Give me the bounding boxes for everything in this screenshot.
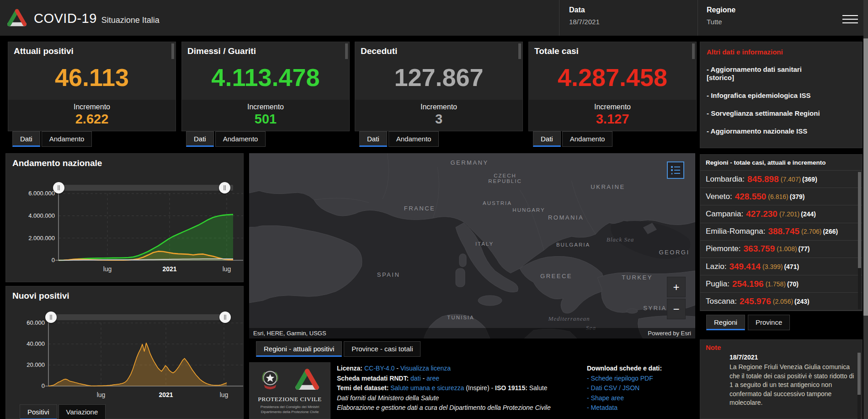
map-zoom-in-button[interactable]: + — [667, 277, 686, 297]
region-row-emilia-romagna[interactable]: Emilia-Romagna:388.745(2.706)(266) — [700, 223, 862, 241]
tab-dati[interactable]: Dati — [12, 131, 40, 147]
region-row-veneto[interactable]: Veneto:428.550(6.816)(379) — [700, 188, 862, 205]
region-row-toscana[interactable]: Toscana:245.976(2.056)(243) — [700, 293, 862, 310]
region-increment: (244) — [801, 210, 816, 218]
region-total: 349.414 — [729, 262, 761, 272]
elaborazione-line: Elaborazione e gestione dati a cura del … — [337, 403, 586, 413]
region-row-piemonte[interactable]: Piemonte:363.759(1.008)(77) — [700, 241, 862, 258]
tab-andamento[interactable]: Andamento — [389, 131, 439, 147]
time-range-slider[interactable] — [48, 314, 227, 320]
europe-map[interactable]: GERMANYCZECH REPUBLICUKRAINEFRANCEAUSTRI… — [249, 153, 695, 338]
region-name: Toscana: — [706, 297, 737, 306]
card-title: Attuali positivi — [14, 46, 74, 56]
svg-text:4.000.000: 4.000.000 — [28, 212, 55, 219]
region-current: (2.706) — [801, 228, 821, 235]
svg-text:lug: lug — [223, 265, 231, 273]
download-link[interactable]: - Dati CSV / JSON — [587, 383, 701, 393]
time-range-slider[interactable] — [59, 185, 233, 191]
region-row-campania[interactable]: Campania:427.230(7.201)(244) — [700, 205, 862, 223]
slider-handle-right[interactable] — [219, 182, 230, 193]
region-increment: (379) — [790, 193, 805, 200]
card-scrollbar[interactable] — [345, 43, 348, 59]
svg-text:0: 0 — [52, 257, 55, 263]
map-basemap — [249, 153, 695, 338]
region-row-lazio[interactable]: Lazio:349.414(3.399)(471) — [700, 258, 862, 275]
tab-dati[interactable]: Dati — [533, 131, 561, 147]
salute-umana-link[interactable]: Salute umana e sicurezza — [390, 384, 464, 392]
region-current: (1.758) — [766, 280, 786, 288]
info-link[interactable]: - Aggiornamento nazionale ISS — [707, 127, 822, 135]
stat-card-totale-casi: Totale casi4.287.458Incremento3.127DatiA… — [528, 42, 697, 148]
increment-value: 2.622 — [8, 112, 176, 127]
stat-card-attuali-positivi: Attuali positivi46.113Incremento2.622Dat… — [8, 42, 176, 148]
hamburger-menu-icon[interactable] — [842, 12, 858, 25]
visualizza-licenza-link[interactable]: Visualizza licenza — [400, 365, 451, 372]
map-legend-button[interactable] — [667, 161, 684, 179]
info-link[interactable]: - Aggiornamento dati sanitari [storico] — [707, 65, 822, 82]
download-link[interactable]: - Metadata — [587, 403, 701, 413]
region-total: 363.759 — [744, 244, 775, 254]
tab-positivi[interactable]: Positivi — [20, 404, 57, 419]
pc-line1: Presidenza del Consiglio dei Ministri — [250, 405, 330, 409]
nuovi-positivi-panel: Nuovi positivi 60.000 40.000 20.000 0 lu… — [5, 286, 244, 419]
cc-by-link[interactable]: CC-BY-4.0 — [364, 365, 394, 372]
card-scrollbar[interactable] — [692, 43, 695, 59]
region-name: Lombardia: — [706, 175, 745, 184]
card-title: Dimessi / Guariti — [187, 46, 256, 56]
info-link[interactable]: - Infografica epidemiologica ISS — [707, 91, 822, 100]
aree-link[interactable]: aree — [426, 375, 439, 382]
note-body: 18/7/2021 La Regione Friuli Venezia Giul… — [730, 354, 857, 408]
region-total: 245.976 — [740, 296, 771, 306]
card-value: 4.113.478 — [182, 60, 349, 94]
region-row-puglia[interactable]: Puglia:254.196(1.758)(70) — [700, 275, 862, 293]
regions-scrollbar[interactable] — [858, 172, 861, 309]
region-selector[interactable]: Regione Tutte — [707, 6, 735, 26]
map-zoom-out-button[interactable]: − — [667, 299, 686, 319]
tab-andamento[interactable]: Andamento — [562, 131, 613, 147]
region-name: Lazio: — [706, 262, 726, 271]
dimessi-guariti-area — [59, 215, 233, 260]
note-title: Note — [706, 344, 721, 351]
slider-handle-left[interactable] — [53, 182, 64, 193]
tab-province-casi-totali[interactable]: Province - casi totali — [344, 341, 421, 357]
tab-regioni[interactable]: Regioni — [706, 315, 745, 330]
note-scrollbar[interactable] — [857, 353, 861, 419]
region-increment: (70) — [787, 280, 799, 288]
card-increment: Incremento2.622 — [8, 100, 176, 131]
tab-regioni-attuali-positivi[interactable]: Regioni - attuali positivi — [256, 341, 342, 357]
card-scrollbar[interactable] — [518, 43, 521, 59]
tab-dati[interactable]: Dati — [359, 131, 387, 147]
card-title: Deceduti — [361, 46, 397, 56]
protezione-civile-logo-icon — [6, 7, 27, 29]
tab-variazione[interactable]: Variazione — [59, 404, 106, 419]
increment-value: 3 — [355, 112, 522, 127]
tab-andamento[interactable]: Andamento — [215, 131, 266, 147]
card-scrollbar[interactable] — [171, 43, 174, 59]
region-row-lombardia[interactable]: Lombardia:845.898(7.407)(369) — [700, 171, 862, 188]
download-link[interactable]: - Shape aree — [587, 393, 701, 403]
andamento-chart: 6.000.000 4.000.000 2.000.000 0 lug 2021… — [6, 154, 243, 282]
region-current: (7.407) — [781, 176, 801, 183]
download-link[interactable]: - Schede riepilogo PDF — [587, 374, 701, 384]
page-scrollbar[interactable] — [863, 0, 868, 419]
info-link[interactable]: - Sorveglianza settimanale Regioni — [707, 109, 822, 118]
card-title: Totale casi — [534, 46, 579, 56]
svg-text:lug: lug — [220, 391, 229, 398]
region-name: Veneto: — [706, 192, 732, 201]
tab-province[interactable]: Province — [748, 315, 790, 330]
protezione-civile-logo-icon — [294, 367, 320, 393]
data-selector[interactable]: Data 18/7/2021 — [569, 6, 600, 26]
protezione-civile-name: PROTEZIONE CIVILE — [250, 396, 330, 403]
svg-text:6.000.000: 6.000.000 — [28, 190, 55, 197]
tab-dati[interactable]: Dati — [186, 131, 214, 147]
slider-handle-right[interactable] — [219, 312, 231, 323]
svg-text:lug: lug — [97, 391, 106, 398]
powered-by-esri[interactable]: Powered by Esri — [648, 328, 691, 338]
region-increment: (369) — [802, 176, 817, 183]
slider-handle-left[interactable] — [45, 312, 57, 323]
dati-link[interactable]: dati — [410, 375, 421, 382]
region-increment: (77) — [799, 245, 810, 252]
tab-andamento[interactable]: Andamento — [42, 131, 92, 147]
svg-text:2021: 2021 — [159, 391, 173, 398]
info-panel-title: Altri dati e informazioni — [707, 48, 856, 56]
